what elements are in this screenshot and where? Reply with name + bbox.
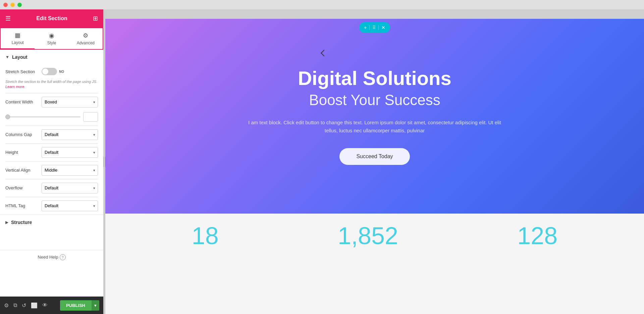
vertical-align-label: Vertical Align xyxy=(5,168,39,173)
help-circle-icon: ? xyxy=(60,254,66,260)
main-layout: ☰ Edit Section ⊞ ▦ Layout ◉ Style ⚙ Adva… xyxy=(0,9,644,314)
height-label: Height xyxy=(5,150,39,155)
toggle-value: NO xyxy=(59,70,64,74)
stretch-section-row: Stretch Section NO xyxy=(0,64,103,79)
layout-icon: ▦ xyxy=(15,32,20,39)
toolbar-separator-2 xyxy=(378,25,379,30)
title-bar xyxy=(0,0,644,9)
stretch-section-label: Stretch Section xyxy=(5,69,39,74)
hero-section: + ⠿ ✕ Digital Solutions Boost Your Succe… xyxy=(105,19,644,214)
tabs-row: ▦ Layout ◉ Style ⚙ Advanced xyxy=(0,28,103,50)
section-add-button[interactable]: + xyxy=(363,24,367,31)
chevron-right-icon: ▶ xyxy=(5,220,8,225)
panel-header: ☰ Edit Section ⊞ xyxy=(0,9,103,28)
need-help-area: Need Help ? xyxy=(0,250,103,264)
content-width-row: Content Width Boxed Full Width xyxy=(0,93,103,111)
height-select[interactable]: Default Fit To Screen Min Height xyxy=(42,147,98,158)
close-button[interactable] xyxy=(3,3,8,7)
need-help-button[interactable]: Need Help ? xyxy=(38,254,65,260)
section-close-button[interactable]: ✕ xyxy=(381,24,386,31)
top-strip xyxy=(105,9,644,19)
gear-icon: ⚙ xyxy=(83,32,88,39)
vertical-align-row: Vertical Align Top Middle Bottom xyxy=(0,162,103,179)
structure-section-header[interactable]: ▶ Structure xyxy=(0,215,103,230)
panel-content: ▼ Layout Stretch Section NO Stretch the … xyxy=(0,50,103,314)
hero-subtitle: Boost Your Success xyxy=(309,92,440,108)
overflow-row: Overflow Default Hidden xyxy=(0,179,103,197)
vertical-align-select[interactable]: Top Middle Bottom xyxy=(42,165,98,176)
tab-advanced[interactable]: ⚙ Advanced xyxy=(69,28,103,49)
content-width-select-wrapper: Boxed Full Width xyxy=(42,97,98,107)
responsive-icon[interactable]: ⬜ xyxy=(31,302,38,309)
overflow-label: Overflow xyxy=(5,185,39,190)
section-toolbar: + ⠿ ✕ xyxy=(359,22,390,33)
toggle-knob xyxy=(42,69,48,75)
height-select-wrapper: Default Fit To Screen Min Height xyxy=(42,147,98,158)
html-tag-select-wrapper: Default header footer main xyxy=(42,200,98,211)
cursor xyxy=(322,51,328,57)
html-tag-select[interactable]: Default header footer main xyxy=(42,200,98,211)
vertical-align-select-wrapper: Top Middle Bottom xyxy=(42,165,98,176)
stat-1: 18 xyxy=(192,224,219,248)
content-width-label: Content Width xyxy=(5,99,39,104)
hero-cta-button[interactable]: Succeed Today xyxy=(339,148,410,165)
section-move-button[interactable]: ⠿ xyxy=(372,24,376,31)
width-slider[interactable] xyxy=(5,116,80,118)
chevron-down-icon: ▼ xyxy=(5,55,9,59)
panel-title: Edit Section xyxy=(36,15,67,21)
stretch-section-toggle[interactable]: NO xyxy=(42,68,64,75)
left-panel: ☰ Edit Section ⊞ ▦ Layout ◉ Style ⚙ Adva… xyxy=(0,9,103,314)
spacer xyxy=(0,230,103,250)
layout-section-label: Layout xyxy=(12,54,28,60)
layout-section-header[interactable]: ▼ Layout xyxy=(0,50,103,64)
hamburger-icon[interactable]: ☰ xyxy=(5,15,11,22)
style-icon: ◉ xyxy=(49,32,54,39)
html-tag-row: HTML Tag Default header footer main xyxy=(0,197,103,215)
footer-icons: ⚙ ⧉ ↺ ⬜ 👁 xyxy=(4,302,48,309)
columns-gap-label: Columns Gap xyxy=(5,132,39,137)
overflow-select-wrapper: Default Hidden xyxy=(42,183,98,193)
toolbar-separator-1 xyxy=(369,25,370,30)
maximize-button[interactable] xyxy=(17,3,22,7)
tab-layout[interactable]: ▦ Layout xyxy=(1,28,35,49)
tab-layout-label: Layout xyxy=(12,40,24,45)
width-slider-row xyxy=(0,111,103,126)
right-content: + ⠿ ✕ Digital Solutions Boost Your Succe… xyxy=(105,9,644,314)
tab-advanced-label: Advanced xyxy=(77,41,95,45)
publish-btn-group: PUBLISH ▾ xyxy=(60,300,99,311)
settings-icon[interactable]: ⚙ xyxy=(4,302,9,309)
layers-icon[interactable]: ⧉ xyxy=(13,302,17,308)
width-value-input[interactable] xyxy=(83,112,98,122)
tab-style[interactable]: ◉ Style xyxy=(35,28,68,49)
publish-button[interactable]: PUBLISH xyxy=(60,300,91,311)
stretch-helper: Stretch the section to the full width of… xyxy=(0,79,103,93)
publish-arrow-button[interactable]: ▾ xyxy=(91,300,99,311)
content-width-select[interactable]: Boxed Full Width xyxy=(42,97,98,107)
hero-title: Digital Solutions xyxy=(298,68,451,89)
stat-3: 128 xyxy=(517,224,557,248)
learn-more-link[interactable]: Learn more. xyxy=(5,85,25,89)
stats-section: 18 1,852 128 xyxy=(105,214,644,314)
history-icon[interactable]: ↺ xyxy=(22,302,26,309)
columns-gap-select-wrapper: Default No Gap Narrow xyxy=(42,129,98,140)
columns-gap-row: Columns Gap Default No Gap Narrow xyxy=(0,126,103,143)
preview-icon[interactable]: 👁 xyxy=(42,302,48,308)
toggle-switch[interactable] xyxy=(42,68,57,75)
hero-body: I am text block. Click edit button to ch… xyxy=(244,119,505,135)
height-row: Height Default Fit To Screen Min Height xyxy=(0,144,103,161)
structure-label: Structure xyxy=(11,220,32,225)
minimize-button[interactable] xyxy=(10,3,15,7)
footer-toolbar: ⚙ ⧉ ↺ ⬜ 👁 PUBLISH ▾ xyxy=(0,297,103,314)
html-tag-label: HTML Tag xyxy=(5,203,39,208)
tab-style-label: Style xyxy=(47,41,56,45)
columns-gap-select[interactable]: Default No Gap Narrow xyxy=(42,129,98,140)
grid-icon[interactable]: ⊞ xyxy=(93,15,98,22)
need-help-label: Need Help xyxy=(38,255,58,260)
stat-2: 1,852 xyxy=(338,224,398,248)
overflow-select[interactable]: Default Hidden xyxy=(42,183,98,193)
